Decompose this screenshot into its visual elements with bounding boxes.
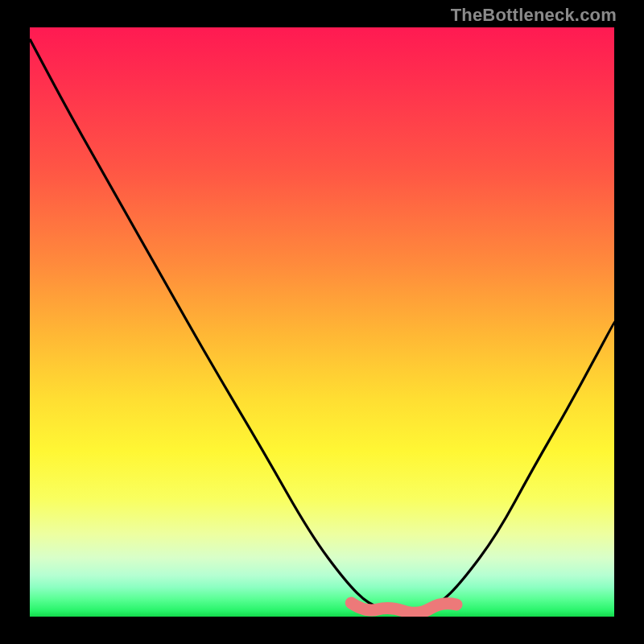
optimal-region-highlight	[351, 603, 456, 613]
chart-frame: TheBottleneck.com	[0, 0, 644, 644]
bottleneck-curve	[30, 39, 614, 611]
curve-layer	[30, 27, 614, 617]
gradient-plot-area	[30, 27, 614, 617]
watermark-text: TheBottleneck.com	[451, 5, 617, 26]
